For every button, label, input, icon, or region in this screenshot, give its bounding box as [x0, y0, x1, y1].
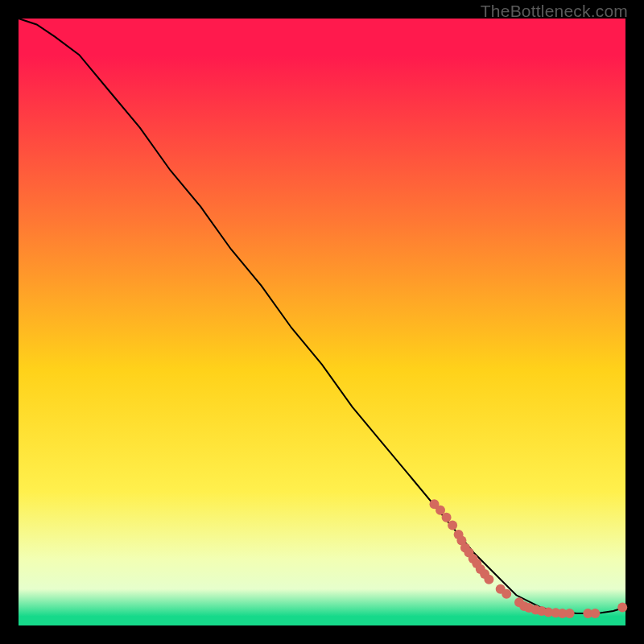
curve-svg — [19, 19, 625, 625]
data-marker — [502, 589, 511, 599]
plot-area — [19, 19, 625, 625]
data-marker — [448, 521, 457, 530]
chart-stage: TheBottleneck.com — [0, 0, 644, 644]
data-marker — [442, 513, 452, 522]
data-marker — [590, 609, 600, 618]
data-marker — [617, 602, 627, 612]
bottleneck-curve — [19, 19, 625, 613]
data-marker — [484, 575, 493, 584]
data-marker — [565, 609, 575, 618]
